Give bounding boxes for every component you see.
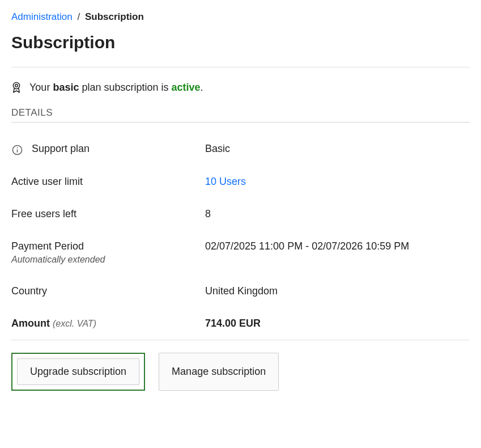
detail-label-text: Active user limit bbox=[11, 176, 83, 188]
page-title: Subscription bbox=[11, 33, 470, 52]
detail-label: Country bbox=[11, 285, 205, 297]
details-divider bbox=[11, 122, 470, 122]
breadcrumb-separator: / bbox=[77, 11, 80, 22]
detail-row-support-plan: Support plan Basic bbox=[11, 133, 470, 166]
status-state: active bbox=[172, 82, 201, 93]
detail-label-text: Amount bbox=[11, 318, 50, 329]
detail-label-text: Payment Period bbox=[11, 240, 105, 252]
breadcrumb-current: Subscription bbox=[85, 11, 144, 22]
active-user-limit-link[interactable]: 10 Users bbox=[205, 176, 246, 187]
detail-label-text: Country bbox=[11, 285, 47, 297]
svg-point-1 bbox=[15, 84, 18, 87]
detail-label: Amount (excl. VAT) bbox=[11, 318, 205, 329]
detail-label: Support plan bbox=[11, 143, 205, 155]
svg-point-0 bbox=[13, 82, 19, 88]
status-prefix: Your bbox=[29, 82, 50, 93]
detail-label-text: Support plan bbox=[32, 143, 90, 155]
upgrade-subscription-button[interactable]: Upgrade subscription bbox=[17, 358, 139, 385]
svg-point-3 bbox=[16, 147, 18, 148]
breadcrumb: Administration / Subscription bbox=[11, 11, 470, 23]
detail-row-payment-period: Payment Period Automatically extended 02… bbox=[11, 230, 470, 275]
info-icon bbox=[11, 144, 23, 155]
detail-label: Free users left bbox=[11, 208, 205, 220]
detail-value: 10 Users bbox=[205, 176, 470, 188]
manage-subscription-button[interactable]: Manage subscription bbox=[159, 353, 279, 391]
details-table: Support plan Basic Active user limit 10 … bbox=[11, 133, 470, 340]
status-plan: basic bbox=[53, 82, 79, 93]
detail-label-text: Free users left bbox=[11, 208, 76, 220]
detail-value: United Kingdom bbox=[205, 285, 470, 297]
details-section-label: DETAILS bbox=[11, 107, 470, 119]
detail-value: 02/07/2025 11:00 PM - 02/07/2026 10:59 P… bbox=[205, 240, 470, 252]
upgrade-highlight: Upgrade subscription bbox=[11, 353, 145, 391]
detail-label: Payment Period Automatically extended bbox=[11, 240, 205, 265]
status-text: Your basic plan subscription is active. bbox=[29, 82, 203, 94]
detail-row-country: Country United Kingdom bbox=[11, 275, 470, 307]
vat-note: (excl. VAT) bbox=[53, 319, 96, 328]
breadcrumb-parent-link[interactable]: Administration bbox=[11, 11, 73, 22]
detail-row-amount: Amount (excl. VAT) 714.00 EUR bbox=[11, 307, 470, 340]
ribbon-icon bbox=[11, 81, 22, 94]
detail-row-free-users-left: Free users left 8 bbox=[11, 198, 470, 230]
detail-value: Basic bbox=[205, 143, 470, 155]
detail-row-active-user-limit: Active user limit 10 Users bbox=[11, 166, 470, 198]
subscription-status: Your basic plan subscription is active. bbox=[11, 67, 470, 107]
detail-value: 8 bbox=[205, 208, 470, 220]
detail-value: 714.00 EUR bbox=[205, 318, 470, 329]
detail-label: Active user limit bbox=[11, 176, 205, 188]
status-middle: plan subscription is bbox=[82, 82, 168, 93]
action-buttons: Upgrade subscription Manage subscription bbox=[11, 340, 470, 391]
status-suffix: . bbox=[201, 82, 203, 93]
detail-sublabel: Automatically extended bbox=[11, 255, 105, 265]
